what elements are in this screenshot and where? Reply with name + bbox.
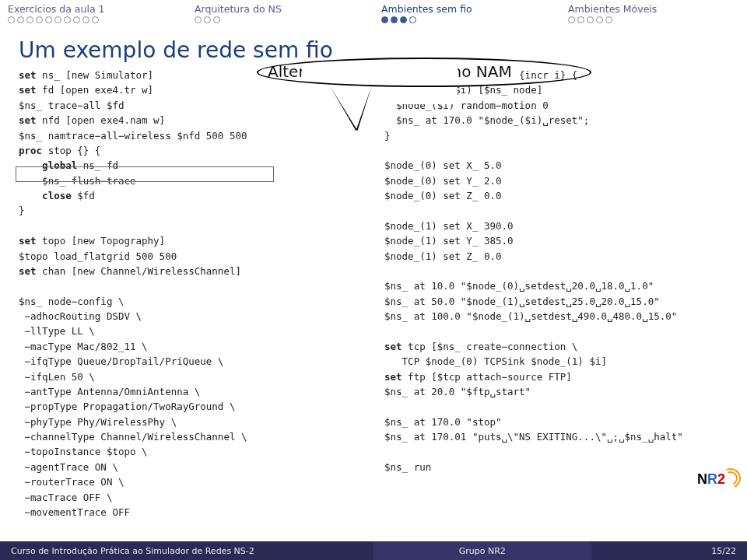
footer-right: 15/22	[591, 541, 747, 560]
code-line: −movementTrace OFF	[19, 505, 363, 520]
nav-dot[interactable]	[204, 16, 211, 23]
code-line: −ifqType Queue/DropTail/PriQueue \	[19, 354, 363, 369]
nav-section[interactable]: Ambientes sem fio	[374, 0, 560, 31]
logo-n: N	[697, 471, 707, 487]
code-columns: set ns_ [new Simulator]set fd [open exe4…	[19, 68, 728, 520]
nr2-logo: NR2	[697, 471, 739, 501]
nav-progress-dots	[195, 16, 366, 23]
code-line: close $fd	[19, 188, 363, 203]
nav-dot[interactable]	[26, 16, 33, 23]
code-line: $ns_ at 170.01 "puts␣\"NS EXITING...\"␣;…	[384, 429, 728, 444]
nav-section[interactable]: Ambientes Móveis	[560, 0, 747, 31]
code-line	[384, 324, 728, 338]
nav-section-label: Arquitetura do NS	[195, 3, 366, 15]
nav-dot[interactable]	[391, 16, 398, 23]
code-line: $node_(1) set X_ 390.0	[384, 219, 728, 233]
code-line: $ns_ run	[384, 460, 728, 474]
nav-dot[interactable]	[605, 16, 612, 23]
logo-r: R	[707, 471, 717, 487]
top-nav: Exercícios da aula 1Arquitetura do NSAmb…	[0, 0, 747, 31]
nav-section-label: Ambientes sem fio	[381, 3, 552, 15]
code-line	[19, 278, 363, 293]
code-line: }	[19, 203, 363, 218]
nav-progress-dots	[381, 16, 552, 23]
slide-title: Um exemplo de rede sem fio	[19, 37, 728, 63]
code-line: −antType Antenna/OmniAntenna \	[19, 384, 363, 399]
footer-bar: Curso de Introdução Prática ao Simulador…	[0, 541, 747, 560]
nav-dot[interactable]	[577, 16, 584, 23]
code-line: TCP $node_(0) TCPSink $node_(1) $i]	[384, 354, 728, 369]
code-line	[384, 399, 728, 414]
code-line: }	[384, 128, 728, 143]
code-line: −agentTrace ON \	[19, 460, 363, 474]
code-line	[384, 444, 728, 459]
nav-dot[interactable]	[409, 16, 416, 23]
code-line: $ns_ at 170.0 "stop"	[384, 415, 728, 429]
callout-mask	[302, 64, 458, 104]
code-line: set topo [new Topography]	[19, 233, 363, 248]
nav-dot[interactable]	[17, 16, 24, 23]
code-line: $ns_ at 100.0 "$node_(1)␣setdest␣490.0␣4…	[384, 309, 728, 324]
nav-dot[interactable]	[82, 16, 89, 23]
code-line: −macType Mac/802_11 \	[19, 339, 363, 354]
code-line: −channelType Channel/WirelessChannel \	[19, 429, 363, 444]
code-line: $node_(1) set Y_ 385.0	[384, 233, 728, 248]
nav-dot[interactable]	[195, 16, 202, 23]
code-line: set nfd [open exe4.nam w]	[19, 113, 363, 128]
code-line: set chan [new Channel/WirelessChannel]	[19, 264, 363, 278]
nav-section-label: Exercícios da aula 1	[8, 3, 179, 15]
nav-section[interactable]: Exercícios da aula 1	[0, 0, 187, 31]
footer-left: Curso de Introdução Prática ao Simulador…	[0, 541, 374, 560]
code-line	[384, 203, 728, 218]
nav-progress-dots	[568, 16, 739, 23]
nav-dot[interactable]	[596, 16, 603, 23]
code-line: $node_(1) set Z_ 0.0	[384, 249, 728, 264]
highlight-box	[16, 166, 274, 182]
code-line	[384, 143, 728, 158]
code-line: $ns_ at 10.0 "$node_(0)␣setdest␣20.0␣18.…	[384, 278, 728, 293]
nav-section-label: Ambientes Móveis	[568, 3, 739, 15]
code-line: proc stop {} {	[19, 143, 363, 158]
footer-center: Grupo NR2	[374, 541, 591, 560]
code-line: −llType LL \	[19, 324, 363, 338]
nav-dot[interactable]	[45, 16, 52, 23]
nav-dot[interactable]	[400, 16, 407, 23]
code-line: $node_(0) set Y_ 2.0	[384, 173, 728, 188]
code-line	[19, 219, 363, 233]
nav-dot[interactable]	[213, 16, 220, 23]
nav-dot[interactable]	[73, 16, 80, 23]
nav-dot[interactable]	[36, 16, 43, 23]
code-line: −adhocRouting DSDV \	[19, 309, 363, 324]
code-line: $node_(0) set X_ 5.0	[384, 158, 728, 173]
code-line: set tcp [$ns_ create−connection \	[384, 339, 728, 354]
nav-progress-dots	[8, 16, 179, 23]
code-line: −routerTrace ON \	[19, 474, 363, 489]
code-line: $ns_ node−config \	[19, 294, 363, 309]
nav-dot[interactable]	[92, 16, 99, 23]
code-line: $topo load_flatgrid 500 500	[19, 249, 363, 264]
code-line	[384, 264, 728, 278]
code-line: $node_(0) set Z_ 0.0	[384, 188, 728, 203]
code-line: $ns_ at 170.0 "$node_($i)␣reset";	[384, 113, 728, 128]
code-line: $ns_ at 50.0 "$node_(1)␣setdest␣25.0␣20.…	[384, 294, 728, 309]
code-line: −topoInstance $topo \	[19, 444, 363, 459]
code-line: −macTrace OFF \	[19, 490, 363, 505]
nav-section[interactable]: Arquitetura do NS	[187, 0, 374, 31]
slide-body: Um exemplo de rede sem fio Alteração par…	[0, 31, 747, 523]
code-line: −ifqLen 50 \	[19, 369, 363, 384]
nav-dot[interactable]	[568, 16, 575, 23]
code-line: $ns_ namtrace−all−wireless $nfd 500 500	[19, 128, 363, 143]
nav-dot[interactable]	[54, 16, 61, 23]
nav-dot[interactable]	[8, 16, 15, 23]
code-right-column: for {set i 0} {$i < 2} {incr i} { set no…	[384, 68, 728, 520]
code-line: set ftp [$tcp attach−source FTP]	[384, 369, 728, 384]
code-line: $ns_ at 20.0 "$ftp␣start"	[384, 384, 728, 399]
nav-dot[interactable]	[587, 16, 594, 23]
code-left-column: set ns_ [new Simulator]set fd [open exe4…	[19, 68, 363, 520]
code-line: −phyType Phy/WirelessPhy \	[19, 415, 363, 429]
nav-dot[interactable]	[381, 16, 388, 23]
nav-dot[interactable]	[64, 16, 71, 23]
code-line: −propType Propagation/TwoRayGround \	[19, 399, 363, 414]
